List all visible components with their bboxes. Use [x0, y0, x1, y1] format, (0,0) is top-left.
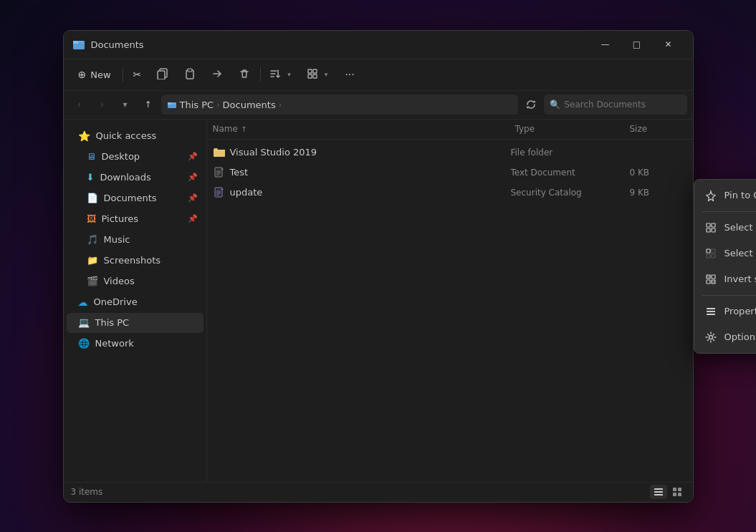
options-item[interactable]: Options: [697, 324, 757, 350]
svg-rect-39: [712, 280, 715, 284]
file-name: Visual Studio 2019: [230, 147, 507, 158]
select-all-label: Select all: [724, 222, 757, 233]
file-name: update: [230, 187, 507, 198]
svg-rect-24: [673, 488, 676, 491]
screenshots-icon: 📁: [87, 255, 98, 266]
videos-icon: 🎬: [87, 276, 98, 286]
sidebar-item-desktop[interactable]: 🖥 Desktop 📌: [67, 147, 204, 167]
pin-quick-access-item[interactable]: Pin to Quick access: [697, 183, 757, 208]
file-type: Security Catalog: [511, 188, 626, 198]
context-menu: Pin to Quick access Select all: [694, 179, 757, 354]
select-all-item[interactable]: Select all: [697, 215, 757, 241]
svg-rect-34: [707, 254, 710, 258]
sidebar-item-quickaccess[interactable]: ⭐ Quick access: [67, 126, 204, 146]
delete-icon: [239, 68, 250, 82]
breadcrumb-thispc[interactable]: This PC: [180, 100, 214, 110]
svg-rect-4: [158, 71, 165, 79]
copy-button[interactable]: [150, 63, 176, 86]
sidebar-item-thispc[interactable]: 💻 This PC: [67, 313, 204, 333]
search-box[interactable]: 🔍: [544, 95, 687, 115]
svg-rect-10: [313, 74, 317, 78]
pin-icon: 📌: [188, 214, 198, 223]
documents-icon: 📄: [87, 193, 98, 203]
file-item-test[interactable]: Test Text Document 0 KB: [207, 163, 693, 183]
sidebar-item-videos[interactable]: 🎬 Videos: [67, 271, 204, 291]
file-item-update[interactable]: update Security Catalog 9 KB: [207, 183, 693, 203]
sidebar-item-label: Music: [104, 234, 130, 245]
file-name: Test: [230, 167, 507, 178]
view-icon: [307, 68, 318, 82]
up-button[interactable]: ↑: [138, 95, 158, 115]
forward-button[interactable]: ›: [92, 95, 113, 115]
folder-icon: [213, 146, 226, 159]
file-items: Visual Studio 2019 File folder: [207, 140, 693, 482]
toolbar: ⊕ New ✂: [64, 59, 693, 91]
svg-rect-42: [707, 314, 715, 315]
paste-button[interactable]: [177, 63, 203, 86]
tile-view-button[interactable]: [669, 485, 686, 499]
cut-icon: ✂: [133, 69, 142, 80]
col-type-header: Type: [515, 124, 630, 134]
select-none-item[interactable]: Select none: [697, 241, 757, 266]
addressbar[interactable]: This PC › Documents ›: [161, 95, 518, 115]
recents-button[interactable]: ▾: [115, 95, 135, 115]
more-options-button[interactable]: ···: [338, 63, 361, 86]
close-button[interactable]: ✕: [653, 33, 684, 56]
delete-button[interactable]: [231, 63, 257, 86]
onedrive-icon: ☁: [78, 296, 88, 308]
addressbar-row: ‹ › ▾ ↑ This PC › Documents › 🔍: [64, 91, 693, 120]
pictures-icon: 🖼: [87, 213, 96, 224]
sidebar-item-pictures[interactable]: 🖼 Pictures 📌: [67, 209, 204, 229]
detail-view-button[interactable]: [650, 485, 667, 499]
invert-selection-item[interactable]: Invert selection: [697, 266, 757, 292]
breadcrumb-sep-2: ›: [279, 100, 282, 110]
svg-rect-17: [215, 188, 222, 197]
svg-rect-23: [654, 494, 663, 495]
txt-icon: [213, 166, 226, 179]
options-label: Options: [724, 332, 757, 342]
maximize-button[interactable]: □: [621, 33, 653, 56]
properties-item[interactable]: Properties: [697, 299, 757, 324]
sidebar-item-label: Quick access: [96, 130, 157, 141]
sidebar-item-screenshots[interactable]: 📁 Screenshots: [67, 251, 204, 271]
sidebar-item-network[interactable]: 🌐 Network: [67, 334, 204, 354]
sidebar-item-music[interactable]: 🎵 Music: [67, 230, 204, 250]
new-label: New: [90, 69, 110, 80]
sort-button[interactable]: ▾: [264, 63, 300, 86]
sidebar-item-onedrive[interactable]: ☁ OneDrive: [67, 292, 204, 312]
share-button[interactable]: [204, 63, 230, 86]
svg-point-43: [709, 335, 712, 339]
svg-rect-37: [712, 275, 715, 279]
sort-icon: [269, 68, 281, 82]
sidebar-item-label: This PC: [95, 317, 130, 328]
refresh-button[interactable]: [521, 95, 541, 115]
sidebar-item-documents[interactable]: 📄 Documents 📌: [67, 188, 204, 208]
cat-icon: [213, 186, 226, 199]
file-list: Name ↑ Type Size Visual Studio 2019 File…: [207, 120, 693, 482]
svg-rect-32: [707, 249, 710, 253]
select-all-icon: [704, 221, 717, 234]
sidebar-item-label: Desktop: [102, 151, 140, 162]
status-text: 3 items: [71, 487, 103, 497]
view-button[interactable]: ▾: [301, 63, 337, 86]
menu-separator-1: [702, 211, 757, 212]
properties-icon: [704, 305, 717, 318]
svg-rect-27: [678, 493, 681, 496]
file-item-vs2019[interactable]: Visual Studio 2019 File folder: [207, 142, 693, 163]
sidebar-item-downloads[interactable]: ⬇ Downloads 📌: [67, 168, 204, 188]
breadcrumb-documents[interactable]: Documents: [223, 100, 276, 110]
menu-separator-2: [702, 295, 757, 296]
cut-button[interactable]: ✂: [126, 63, 149, 86]
new-button[interactable]: ⊕ New: [70, 63, 120, 86]
minimize-button[interactable]: —: [590, 33, 621, 56]
select-none-icon: [704, 247, 717, 260]
view-buttons: [650, 485, 686, 499]
window-title: Documents: [91, 39, 590, 50]
more-icon: ···: [345, 69, 354, 80]
titlebar: Documents — □ ✕: [64, 31, 693, 59]
back-button[interactable]: ‹: [70, 95, 90, 115]
svg-rect-38: [707, 280, 710, 284]
paste-icon: [184, 68, 196, 82]
copy-icon: [157, 68, 168, 82]
search-input[interactable]: [565, 100, 681, 110]
